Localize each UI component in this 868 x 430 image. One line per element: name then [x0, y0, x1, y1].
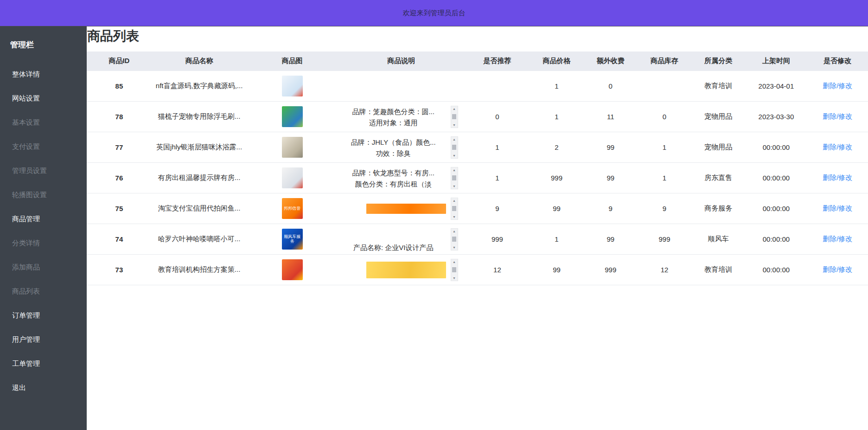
scrollbar-thumb[interactable] — [452, 145, 456, 150]
description-scrollbar[interactable]: ▲▼ — [451, 136, 458, 159]
product-image[interactable] — [282, 167, 303, 188]
scroll-down-icon[interactable]: ▼ — [453, 215, 456, 218]
product-image[interactable]: 顺风车服务 — [282, 229, 303, 250]
product-description: 品牌：钦龙惠型号：有房...颜色分类：有房出租（淡▲▼ — [338, 164, 465, 192]
product-description-cell: 产品名称: 企业VI设计产品▲▼ — [338, 224, 465, 255]
scroll-down-icon[interactable]: ▼ — [453, 123, 456, 127]
description-scrollbar[interactable]: ▲▼ — [451, 167, 458, 189]
table-row: 78猫梳子宠物专用除浮毛刷...品牌：笼趣颜色分类：圆...适用对象：通用▲▼0… — [87, 102, 868, 132]
shelf-time: 00:00:00 — [745, 255, 807, 285]
scroll-up-icon[interactable]: ▲ — [453, 107, 456, 110]
delete-edit-link[interactable]: 删除/修改 — [823, 143, 852, 151]
product-price: 99 — [530, 255, 583, 285]
page-title: 商品列表 — [87, 28, 868, 44]
sidebar-item-分类详情[interactable]: 分类详情 — [0, 231, 87, 255]
scroll-down-icon[interactable]: ▼ — [453, 154, 456, 157]
description-scrollbar[interactable]: ▲▼ — [451, 228, 458, 250]
description-scrollbar[interactable]: ▲▼ — [451, 198, 458, 220]
product-id: 73 — [87, 255, 152, 285]
product-stock: 0 — [638, 102, 691, 132]
table-row: 77英国jhly银渐层猫咪沐浴露...品牌：JHLY（食品）颜色...功效：除臭… — [87, 132, 868, 163]
sidebar-item-整体详情[interactable]: 整体详情 — [0, 62, 87, 86]
delete-edit-link[interactable]: 删除/修改 — [823, 173, 852, 181]
extra-fee: 99 — [584, 132, 638, 163]
scroll-down-icon[interactable]: ▼ — [453, 246, 456, 249]
column-header: 商品说明 — [338, 51, 465, 71]
sidebar-item-基本设置[interactable]: 基本设置 — [0, 110, 87, 135]
sidebar-item-订单管理[interactable]: 订单管理 — [0, 303, 87, 327]
sidebar-item-轮播图设置[interactable]: 轮播图设置 — [0, 183, 87, 207]
column-header: 商品ID — [87, 51, 152, 71]
product-name: 猫梳子宠物专用除浮毛刷... — [152, 102, 247, 132]
scrollbar-thumb[interactable] — [452, 237, 456, 242]
table-row: 74哈罗六叶神哈喽嘀嗒小可...顺风车服务产品名称: 企业VI设计产品▲▼999… — [87, 224, 868, 255]
sidebar-item-退出[interactable]: 退出 — [0, 376, 87, 400]
delete-edit-link[interactable]: 删除/修改 — [823, 112, 852, 120]
is-recommended: 12 — [465, 255, 530, 285]
sidebar-item-添加商品[interactable]: 添加商品 — [0, 255, 87, 279]
product-image[interactable] — [282, 259, 303, 280]
scrollbar-thumb[interactable] — [452, 267, 456, 272]
delete-edit-link[interactable]: 删除/修改 — [823, 235, 852, 243]
description-text — [341, 75, 458, 96]
sidebar-item-用户管理[interactable]: 用户管理 — [0, 327, 87, 352]
product-image[interactable] — [282, 76, 303, 96]
column-header: 额外收费 — [584, 51, 638, 71]
product-description: 品牌：笼趣颜色分类：圆...适用对象：通用▲▼ — [338, 103, 465, 131]
extra-fee: 99 — [584, 163, 638, 193]
product-image-cell — [247, 255, 337, 285]
product-price: 999 — [530, 163, 583, 193]
scroll-down-icon[interactable]: ▼ — [453, 185, 456, 188]
scrollbar-thumb[interactable] — [452, 206, 456, 211]
product-image[interactable] — [282, 106, 303, 127]
scrollbar-thumb[interactable] — [452, 114, 456, 119]
delete-edit-link[interactable]: 删除/修改 — [823, 204, 852, 212]
shelf-time: 2023-04-01 — [745, 71, 807, 102]
product-image[interactable] — [282, 137, 303, 158]
scrollbar-thumb[interactable] — [452, 175, 456, 180]
product-stock: 1 — [638, 163, 691, 193]
product-price: 1 — [530, 71, 583, 102]
product-description-cell: 品牌：JHLY（食品）颜色...功效：除臭▲▼ — [338, 132, 465, 163]
scroll-up-icon[interactable]: ▲ — [453, 138, 456, 141]
is-recommended: 1 — [465, 132, 530, 163]
scroll-up-icon[interactable]: ▲ — [453, 260, 456, 263]
extra-fee: 99 — [584, 224, 638, 255]
product-category: 商务服务 — [691, 193, 745, 224]
sidebar-item-商品管理[interactable]: 商品管理 — [0, 207, 87, 231]
product-description-cell — [338, 71, 465, 102]
scroll-up-icon[interactable]: ▲ — [453, 199, 456, 202]
product-price: 99 — [530, 193, 583, 224]
delete-edit-link[interactable]: 删除/修改 — [823, 82, 852, 90]
action-cell: 删除/修改 — [807, 102, 868, 132]
column-header: 是否推荐 — [465, 51, 530, 71]
column-header: 商品图 — [247, 51, 337, 71]
description-line: 功效：除臭 — [341, 148, 446, 158]
description-line: 品牌：笼趣颜色分类：圆... — [341, 106, 446, 117]
description-line: 产品名称: 企业VI设计产品 — [353, 242, 434, 253]
product-description: 品牌：JHLY（食品）颜色...功效：除臭▲▼ — [338, 134, 465, 161]
description-text: 品牌：钦龙惠型号：有房...颜色分类：有房出租（淡 — [341, 167, 446, 189]
description-scrollbar[interactable]: ▲▼ — [451, 259, 458, 281]
product-category: 宠物用品 — [691, 132, 745, 163]
product-category: 宠物用品 — [691, 102, 745, 132]
delete-edit-link[interactable]: 删除/修改 — [823, 265, 852, 273]
sidebar-item-工单管理[interactable]: 工单管理 — [0, 352, 87, 376]
product-description — [338, 72, 465, 100]
shelf-time: 00:00:00 — [745, 224, 807, 255]
scroll-up-icon[interactable]: ▲ — [453, 230, 456, 233]
sidebar-item-商品列表[interactable]: 商品列表 — [0, 279, 87, 303]
sidebar-title: 管理栏 — [0, 26, 87, 52]
product-name: nft盲盒源码,数字典藏源码,... — [152, 71, 247, 102]
description-scrollbar[interactable]: ▲▼ — [451, 106, 458, 128]
product-price: 1 — [530, 224, 583, 255]
sidebar-item-管理员设置[interactable]: 管理员设置 — [0, 159, 87, 183]
scroll-down-icon[interactable]: ▼ — [453, 276, 456, 280]
is-recommended — [465, 71, 530, 102]
sidebar-item-支付设置[interactable]: 支付设置 — [0, 135, 87, 159]
table-header-row: 商品ID商品名称商品图商品说明是否推荐商品价格额外收费商品库存所属分类上架时间是… — [87, 51, 868, 71]
sidebar-item-网站设置[interactable]: 网站设置 — [0, 86, 87, 110]
scroll-up-icon[interactable]: ▲ — [453, 168, 456, 172]
description-line: 品牌：JHLY（食品）颜色... — [341, 137, 446, 148]
product-image[interactable]: 邦邦信誉 — [282, 198, 303, 219]
